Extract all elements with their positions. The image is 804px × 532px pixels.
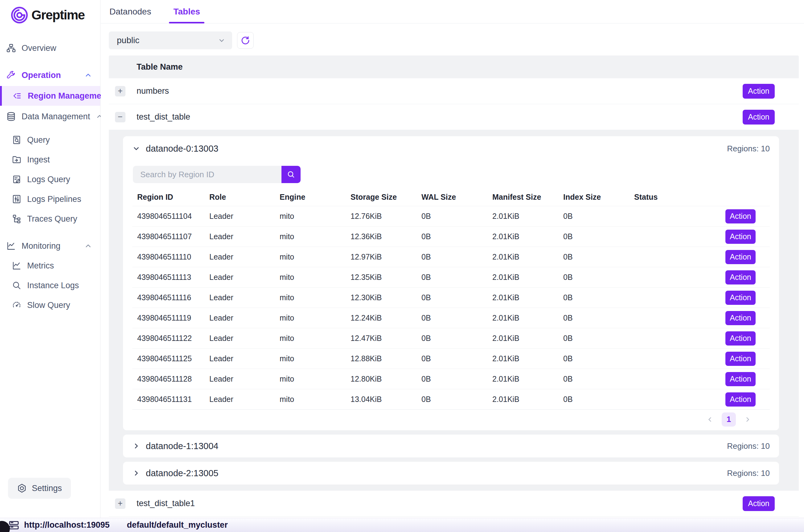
engine: mito (280, 252, 350, 261)
storage-size: 12.97KiB (350, 252, 421, 261)
region-action-button[interactable]: Action (725, 331, 755, 345)
region-action-button[interactable]: Action (725, 311, 755, 325)
region-search-input[interactable] (133, 166, 282, 183)
manifest-size: 2.01KiB (492, 273, 563, 282)
region-action-button[interactable]: Action (725, 372, 755, 386)
wal-size: 0B (421, 334, 492, 343)
manifest-size: 2.01KiB (492, 252, 563, 261)
table-row-numbers: + numbers Action (109, 78, 799, 104)
sidebar-item-query[interactable]: Query (0, 131, 100, 149)
region-action-button[interactable]: Action (725, 291, 755, 305)
region-action-button[interactable]: Action (725, 230, 755, 244)
search-icon (12, 281, 22, 290)
sidebar-menu: OverviewOperationRegion ManagementData M… (0, 38, 100, 315)
engine: mito (280, 314, 350, 322)
sitemap-icon (6, 43, 16, 53)
sidebar-item-operation[interactable]: Operation (0, 66, 100, 84)
table-action-button[interactable]: Action (743, 496, 775, 511)
region-action-button[interactable]: Action (725, 270, 755, 285)
chevron-up-icon[interactable] (84, 71, 92, 79)
sidebar-item-slow-query[interactable]: Slow Query (0, 296, 100, 314)
region-column-header: Region ID (132, 193, 209, 202)
tab-tables[interactable]: Tables (173, 0, 200, 23)
sidebar-item-label: Data Management (22, 112, 90, 121)
sidebar-item-monitoring[interactable]: Monitoring (0, 237, 100, 255)
sidebar-item-label: Query (27, 135, 50, 145)
previous-page-icon[interactable] (706, 416, 714, 423)
chevron-up-icon[interactable] (84, 242, 92, 250)
region-row: 4398046511119Leadermito12.24KiB0B2.01KiB… (132, 308, 770, 328)
sidebar-item-overview[interactable]: Overview (0, 39, 100, 57)
datanode-1-card[interactable]: datanode-1:13004 Regions: 10 (123, 435, 779, 457)
expand-toggle-icon[interactable]: + (115, 86, 126, 96)
sidebar-item-label: Slow Query (27, 301, 70, 310)
sidebar-item-data-management[interactable]: Data Management (0, 108, 100, 126)
sidebar-item-ingest[interactable]: Ingest (0, 151, 100, 169)
sidebar-item-label: Operation (22, 71, 61, 80)
sidebar: Greptime OverviewOperationRegion Managem… (0, 0, 100, 518)
endpoint-url[interactable]: http://localhost:19095 (24, 520, 110, 530)
table-name: test_dist_table (137, 112, 190, 122)
expand-toggle-icon[interactable]: + (115, 498, 126, 509)
region-row: 4398046511107Leadermito12.36KiB0B2.01KiB… (132, 226, 770, 247)
table-row-test-dist-table1: + test_dist_table1 Action (109, 491, 799, 517)
schema-select[interactable]: public (109, 32, 232, 49)
page-number[interactable]: 1 (722, 413, 736, 426)
wal-size: 0B (421, 314, 492, 322)
sidebar-item-label: Logs Pipelines (27, 194, 81, 204)
role: Leader (209, 334, 280, 343)
datanode-0-card: datanode-0:13003 Regions: 10 Region IDRo… (123, 136, 779, 430)
next-page-icon[interactable] (744, 416, 751, 423)
tree-icon (12, 214, 22, 224)
collapse-toggle-icon[interactable]: − (115, 112, 126, 122)
manifest-size: 2.01KiB (492, 354, 563, 363)
region-action-button[interactable]: Action (725, 250, 755, 264)
wrench-icon (6, 70, 16, 80)
gauge-icon (12, 300, 22, 310)
top-tab-bar: Datanodes Tables (101, 0, 804, 23)
table-action-button[interactable]: Action (743, 84, 775, 99)
region-action-button[interactable]: Action (725, 209, 755, 224)
wal-size: 0B (421, 212, 492, 221)
region-action-button[interactable]: Action (725, 352, 755, 366)
sidebar-item-metrics[interactable]: Metrics (0, 257, 100, 274)
settings-button[interactable]: Settings (8, 478, 71, 499)
tab-datanodes[interactable]: Datanodes (110, 0, 151, 23)
region-table-header: Region IDRoleEngineStorage SizeWAL SizeM… (132, 188, 770, 206)
sidebar-item-logs-pipelines[interactable]: Logs Pipelines (0, 190, 100, 208)
datanode-0-header[interactable]: datanode-0:13003 Regions: 10 (132, 136, 770, 161)
region-row: 4398046511122Leadermito12.47KiB0B2.01KiB… (132, 328, 770, 348)
region-action-button[interactable]: Action (725, 392, 755, 406)
engine: mito (280, 354, 350, 363)
region-row: 4398046511131Leadermito13.04KiB0B2.01KiB… (132, 389, 770, 409)
role: Leader (209, 375, 280, 383)
index-size: 0B (563, 314, 634, 322)
greptime-logo-icon (11, 6, 28, 24)
doc-search-icon (12, 135, 22, 145)
wal-size: 0B (421, 273, 492, 282)
datanode-2-card[interactable]: datanode-2:13005 Regions: 10 (123, 462, 779, 484)
region-id: 4398046511125 (132, 354, 209, 363)
region-id: 4398046511110 (132, 252, 209, 261)
table-action-button[interactable]: Action (743, 110, 775, 125)
table-name: test_dist_table1 (137, 499, 195, 508)
sidebar-item-label: Instance Logs (27, 281, 79, 290)
sidebar-item-region-management[interactable]: Region Management (0, 86, 100, 106)
storage-size: 12.76KiB (350, 212, 421, 221)
region-id: 4398046511116 (132, 293, 209, 302)
index-size: 0B (563, 293, 634, 302)
refresh-button[interactable] (237, 32, 254, 49)
region-column-header: WAL Size (421, 193, 492, 202)
sidebar-item-logs-query[interactable]: Logs Query (0, 170, 100, 188)
region-id: 4398046511128 (132, 375, 209, 383)
settings-label: Settings (32, 483, 62, 493)
region-row: 4398046511104Leadermito12.76KiB0B2.01KiB… (132, 206, 770, 226)
sidebar-item-traces-query[interactable]: Traces Query (0, 210, 100, 228)
storage-size: 12.88KiB (350, 354, 421, 363)
index-size: 0B (563, 232, 634, 241)
region-search-button[interactable] (282, 166, 301, 183)
chevron-right-icon (132, 469, 140, 477)
manifest-size: 2.01KiB (492, 314, 563, 322)
search-icon (287, 170, 295, 179)
sidebar-item-instance-logs[interactable]: Instance Logs (0, 277, 100, 294)
